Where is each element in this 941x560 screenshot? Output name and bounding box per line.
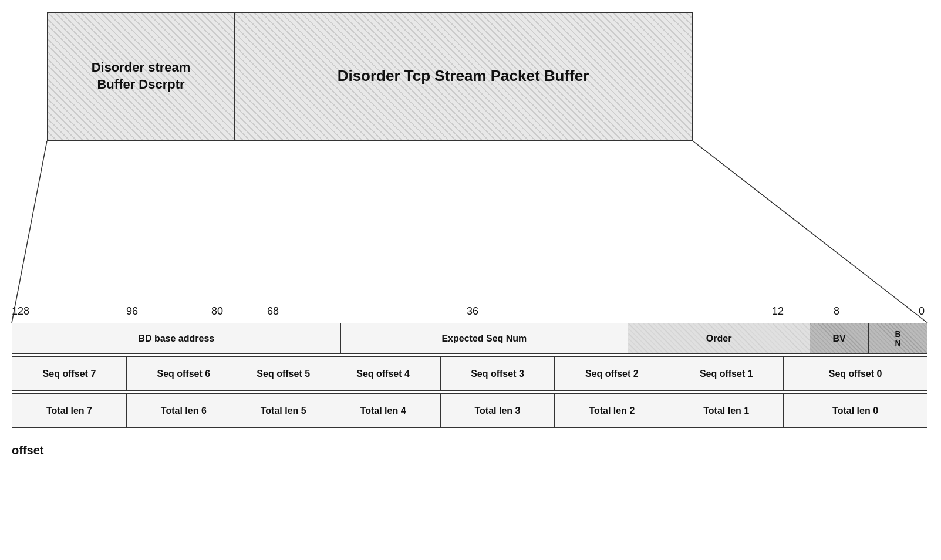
seq-offset-4: Seq offset 4 <box>326 357 440 391</box>
total-len-row: Total len 7 Total len 6 Total len 5 Tota… <box>12 393 927 428</box>
seq-offset-5: Seq offset 5 <box>241 357 326 391</box>
total-len-3: Total len 3 <box>440 394 555 428</box>
bv-cell: BV <box>810 323 869 354</box>
bit-96: 96 <box>126 305 138 318</box>
total-len-7: Total len 7 <box>12 394 127 428</box>
offset-label: offset <box>12 444 43 457</box>
bit-12: 12 <box>772 305 784 318</box>
seq-offset-row: Seq offset 7 Seq offset 6 Seq offset 5 S… <box>12 356 927 391</box>
order-cell: Order <box>628 323 810 354</box>
total-len-1: Total len 1 <box>669 394 784 428</box>
seq-offset-3: Seq offset 3 <box>440 357 555 391</box>
bd-base-cell: BD base address <box>12 323 341 354</box>
bit-68: 68 <box>267 305 279 318</box>
bit-0: 0 <box>919 305 925 318</box>
bit-8: 8 <box>834 305 839 318</box>
main-container: Disorder stream Buffer Dscrptr Disorder … <box>0 0 941 560</box>
total-len-4: Total len 4 <box>326 394 440 428</box>
bottom-section: 128 96 80 68 36 12 8 0 BD base address E… <box>12 305 929 428</box>
bit-80: 80 <box>211 305 223 318</box>
seq-offset-6: Seq offset 6 <box>126 357 241 391</box>
seq-offset-7: Seq offset 7 <box>12 357 127 391</box>
bit-number-row: 128 96 80 68 36 12 8 0 <box>12 305 927 323</box>
descriptor-label: Disorder stream Buffer Dscrptr <box>92 59 191 93</box>
svg-line-1 <box>693 141 927 323</box>
total-len-2: Total len 2 <box>555 394 669 428</box>
buffer-box: Disorder Tcp Stream Packet Buffer <box>235 12 693 141</box>
total-len-5: Total len 5 <box>241 394 326 428</box>
register-row1: BD base address Expected Seq Num Order B… <box>12 323 927 354</box>
buffer-label: Disorder Tcp Stream Packet Buffer <box>338 66 589 86</box>
bn-cell: B N <box>869 323 927 354</box>
total-len-6: Total len 6 <box>126 394 241 428</box>
expected-seq-cell: Expected Seq Num <box>340 323 628 354</box>
seq-offset-1: Seq offset 1 <box>669 357 784 391</box>
top-section: Disorder stream Buffer Dscrptr Disorder … <box>47 12 693 141</box>
svg-line-0 <box>12 141 47 323</box>
descriptor-box: Disorder stream Buffer Dscrptr <box>47 12 235 141</box>
bit-128: 128 <box>12 305 29 318</box>
bit-36: 36 <box>467 305 478 318</box>
seq-offset-2: Seq offset 2 <box>555 357 669 391</box>
seq-offset-0: Seq offset 0 <box>784 357 927 391</box>
total-len-0: Total len 0 <box>784 394 927 428</box>
